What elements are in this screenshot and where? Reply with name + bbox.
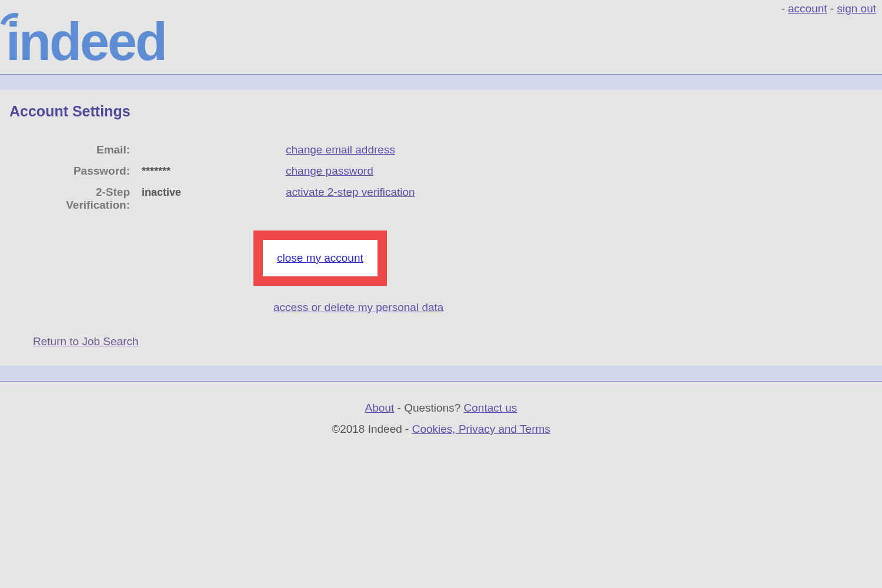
password-label: Password: <box>33 165 142 178</box>
page-title: Account Settings <box>9 103 873 120</box>
email-row: Email: change email address <box>33 143 873 156</box>
personal-data-row: access or delete my personal data <box>273 301 873 314</box>
signout-link[interactable]: sign out <box>837 2 876 15</box>
twostep-value: inactive <box>142 186 286 199</box>
logo-area: indeed <box>0 15 882 74</box>
copyright-text: ©2018 Indeed - <box>332 423 412 435</box>
return-job-search-link[interactable]: Return to Job Search <box>33 335 139 348</box>
account-link[interactable]: account <box>788 2 827 15</box>
activate-twostep-link[interactable]: activate 2-step verification <box>286 186 415 198</box>
footer: About - Questions? Contact us ©2018 Inde… <box>0 382 882 464</box>
top-separator2: - <box>827 2 837 15</box>
about-link[interactable]: About <box>365 402 395 414</box>
logo-text: indeed <box>6 12 166 71</box>
header-band <box>0 75 882 90</box>
return-link-row: Return to Job Search <box>33 335 873 348</box>
password-row: Password: ******* change password <box>33 165 873 178</box>
settings-table: Email: change email address Password: **… <box>33 143 873 212</box>
footer-questions-text: - Questions? <box>394 402 463 414</box>
close-account-link[interactable]: close my account <box>277 252 363 264</box>
change-password-link[interactable]: change password <box>286 165 373 177</box>
main-content: Account Settings Email: change email add… <box>0 90 882 366</box>
close-account-highlight: close my account <box>253 230 387 286</box>
cookies-privacy-terms-link[interactable]: Cookies, Privacy and Terms <box>412 423 550 435</box>
twostep-row: 2-Step Verification: inactive activate 2… <box>33 186 873 212</box>
contact-us-link[interactable]: Contact us <box>464 402 517 414</box>
twostep-label: 2-Step Verification: <box>33 186 142 212</box>
change-email-link[interactable]: change email address <box>286 143 395 156</box>
footer-band <box>0 366 882 381</box>
password-value: ******* <box>142 165 286 178</box>
email-label: Email: <box>33 143 142 156</box>
indeed-logo[interactable]: indeed <box>6 15 166 68</box>
top-separator: - <box>781 2 788 15</box>
personal-data-link[interactable]: access or delete my personal data <box>273 301 443 313</box>
